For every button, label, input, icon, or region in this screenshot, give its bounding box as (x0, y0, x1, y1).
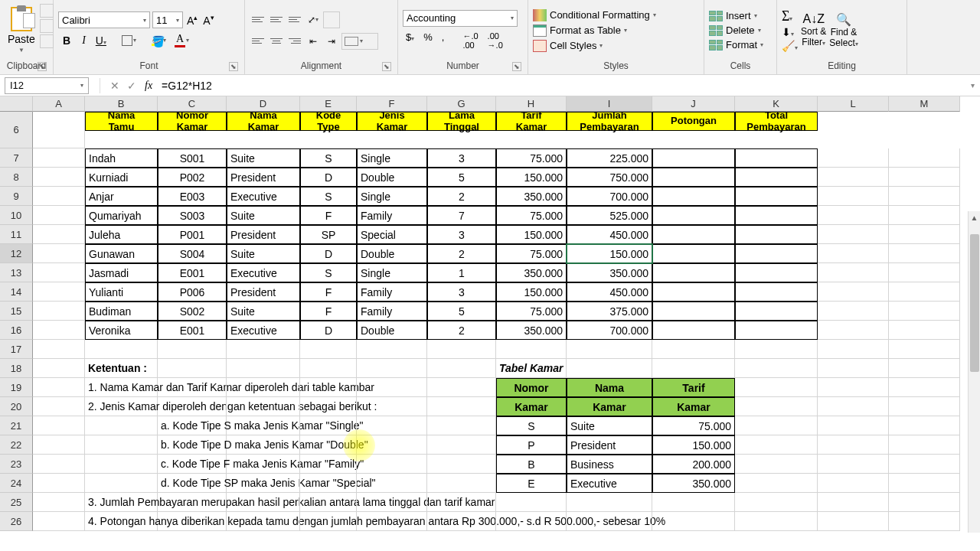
dialog-launcher-icon[interactable]: ⬊ (382, 62, 391, 71)
dialog-launcher-icon[interactable]: ⬊ (512, 62, 521, 71)
increase-font-button[interactable]: A▴ (185, 14, 199, 27)
cell[interactable] (735, 340, 818, 359)
cell[interactable]: 350.000 (567, 263, 652, 282)
cell[interactable]: 350.000 (652, 474, 735, 493)
align-right-button[interactable] (286, 33, 303, 50)
cell[interactable] (227, 378, 300, 397)
cell[interactable]: S (300, 187, 357, 206)
cell[interactable]: 700.000 (567, 321, 652, 340)
cell[interactable]: Business (567, 455, 652, 474)
percent-button[interactable]: % (420, 30, 436, 51)
cells-area[interactable]: NamaTamuNomorKamarNamaKamarKodeTypeJenis… (33, 112, 960, 531)
table-header[interactable]: NomorKamar (158, 112, 227, 131)
cell[interactable]: Nomor (496, 378, 567, 397)
cell[interactable] (818, 148, 889, 168)
cell[interactable]: Kamar (652, 397, 735, 416)
cell[interactable]: Tarif (652, 378, 735, 397)
cell[interactable] (158, 378, 227, 397)
cell[interactable]: Budiman (85, 302, 158, 321)
cell[interactable]: Indah (85, 148, 158, 168)
cell[interactable]: 350.000 (496, 321, 567, 340)
cell[interactable] (427, 474, 496, 493)
cell[interactable]: Double (357, 321, 427, 340)
cell[interactable] (567, 340, 652, 359)
cell[interactable]: 150.000 (496, 282, 567, 302)
cell[interactable] (357, 435, 427, 455)
bold-button[interactable]: B (58, 33, 75, 48)
cell[interactable]: Suite (227, 244, 300, 263)
align-bottom-button[interactable] (286, 11, 303, 28)
cell[interactable] (818, 282, 889, 302)
cell[interactable] (889, 493, 960, 512)
cell[interactable]: Suite (227, 148, 300, 168)
orientation-button[interactable]: ⤢▾ (305, 11, 322, 28)
cell[interactable] (496, 340, 567, 359)
cell[interactable] (567, 512, 652, 531)
cell[interactable] (652, 340, 735, 359)
cell[interactable]: Double (357, 168, 427, 187)
cell[interactable]: 5 (427, 168, 496, 187)
column-header-L[interactable]: L (818, 96, 889, 112)
cell[interactable]: P001 (158, 225, 227, 244)
cell[interactable]: 5 (427, 302, 496, 321)
cell[interactable]: Family (357, 206, 427, 225)
cell[interactable]: P (496, 435, 567, 455)
cell[interactable]: Single (357, 263, 427, 282)
cell[interactable] (818, 302, 889, 321)
format-painter-button[interactable] (40, 34, 54, 48)
cell[interactable] (567, 493, 652, 512)
row-header-18[interactable]: 18 (0, 359, 33, 378)
cell[interactable] (735, 321, 818, 340)
cell[interactable] (158, 493, 227, 512)
row-header-24[interactable]: 24 (0, 474, 33, 493)
cell[interactable] (300, 340, 357, 359)
cell[interactable] (496, 512, 567, 531)
formula-input[interactable]: =G12*H12 (157, 80, 965, 92)
cell[interactable]: D (300, 321, 357, 340)
cell[interactable]: 150.000 (496, 168, 567, 187)
align-top-button[interactable] (250, 11, 266, 28)
cell[interactable] (889, 244, 960, 263)
cell[interactable] (357, 455, 427, 474)
vertical-scrollbar[interactable]: ▲ (968, 211, 980, 533)
cell[interactable]: 350.000 (496, 187, 567, 206)
cell[interactable] (818, 416, 889, 435)
cell[interactable] (33, 225, 85, 244)
enter-button[interactable]: ✓ (123, 80, 140, 92)
cell[interactable]: P002 (158, 168, 227, 187)
align-center-button[interactable] (268, 33, 285, 50)
cell[interactable] (300, 474, 357, 493)
cell[interactable] (652, 512, 735, 531)
format-button[interactable]: Format▾ (709, 38, 763, 51)
cell[interactable] (33, 397, 85, 416)
cell[interactable] (357, 416, 427, 435)
cell[interactable] (889, 148, 960, 168)
cell[interactable]: S004 (158, 244, 227, 263)
cell[interactable] (818, 455, 889, 474)
increase-indent-button[interactable]: ⇥ (323, 33, 340, 50)
cell[interactable] (33, 302, 85, 321)
cell[interactable]: Single (357, 187, 427, 206)
font-name-select[interactable]: Calibri▾ (58, 11, 150, 28)
number-format-select[interactable]: Accounting▾ (403, 10, 518, 27)
underline-button[interactable]: U▾ (93, 33, 109, 48)
table-header[interactable]: Potongan (652, 112, 735, 131)
cell[interactable]: Juleha (85, 225, 158, 244)
fill-color-button[interactable]: 🪣▾ (149, 34, 169, 47)
row-header-25[interactable]: 25 (0, 493, 33, 512)
dialog-launcher-icon[interactable]: ⬊ (38, 62, 47, 71)
cell[interactable] (427, 340, 496, 359)
cell[interactable]: S003 (158, 206, 227, 225)
cell[interactable]: D (300, 244, 357, 263)
cell[interactable] (158, 512, 227, 531)
cell-styles-button[interactable]: Cell Styles▾ (533, 39, 656, 53)
cell[interactable]: President (227, 282, 300, 302)
cell[interactable] (652, 493, 735, 512)
cell[interactable]: 350.000 (496, 263, 567, 282)
cell[interactable] (158, 359, 227, 378)
cell[interactable] (227, 435, 300, 455)
cell[interactable] (652, 206, 735, 225)
cell[interactable]: Family (357, 282, 427, 302)
cell[interactable]: S (496, 416, 567, 435)
cell[interactable] (357, 493, 427, 512)
